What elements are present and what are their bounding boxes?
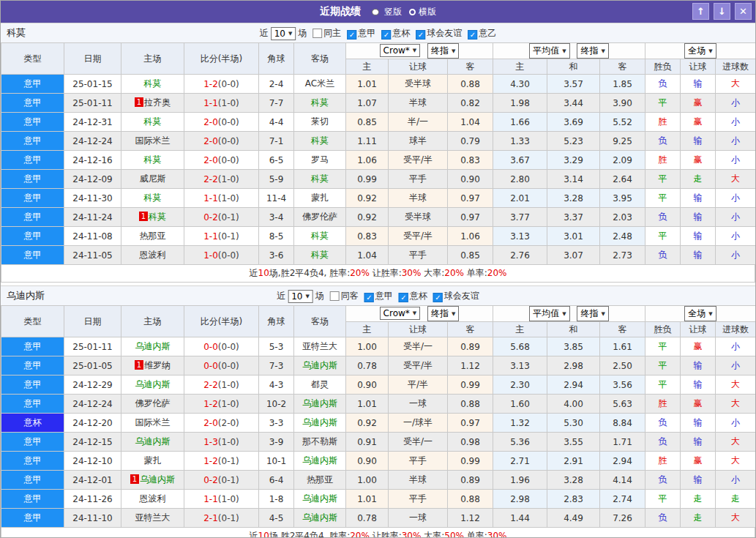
avg-home-odds: 1.33 bbox=[493, 132, 547, 151]
home-team-link[interactable]: 科莫 bbox=[149, 212, 166, 222]
avg-draw-odds: 2.94 bbox=[547, 376, 600, 395]
col-handicap-result: 让球 bbox=[681, 322, 716, 337]
league-checkbox[interactable]: ✓ bbox=[468, 30, 477, 40]
same-venue-checkbox[interactable] bbox=[330, 291, 340, 301]
crow-away-odds: 0.99 bbox=[448, 376, 493, 395]
crow-away-odds: 0.85 bbox=[448, 246, 493, 265]
score-cell: 2-0(0-0) bbox=[184, 113, 259, 132]
scroll-down-button[interactable]: ↓ bbox=[714, 3, 730, 20]
match-type-cell: 意甲 bbox=[1, 376, 64, 395]
home-team-link[interactable]: 乌迪内斯 bbox=[135, 379, 171, 389]
filter-cluster: 近 10 ▼ 场 同主 ✓意甲✓意杯✓球会友谊✓意乙 bbox=[260, 23, 497, 43]
close-button[interactable]: ✕ bbox=[735, 3, 752, 20]
match-type-cell: 意甲 bbox=[1, 509, 64, 528]
same-venue-checkbox[interactable] bbox=[312, 29, 322, 38]
avg-home-odds: 3.77 bbox=[493, 208, 547, 227]
away-team-link[interactable]: 科莫 bbox=[311, 97, 329, 108]
crow-final-select[interactable]: 终指▼ bbox=[427, 43, 459, 59]
home-team-link[interactable]: 维罗纳 bbox=[144, 360, 171, 370]
away-team-link[interactable]: 乌迪内斯 bbox=[302, 360, 337, 370]
fulltime-select[interactable]: 全场▼ bbox=[684, 306, 716, 321]
score-halftime: (0-0) bbox=[218, 155, 239, 165]
home-team-link[interactable]: 佛罗伦萨 bbox=[135, 398, 171, 408]
away-team-link[interactable]: 罗马 bbox=[311, 154, 329, 165]
average-final-select[interactable]: 终指▼ bbox=[577, 43, 608, 59]
league-checkbox[interactable]: ✓ bbox=[381, 30, 391, 40]
home-team-link[interactable]: 热那亚 bbox=[140, 231, 166, 241]
team-name: 科莫 bbox=[1, 26, 26, 40]
home-team-link[interactable]: 国际米兰 bbox=[135, 135, 171, 146]
match-count-select[interactable]: 10 ▼ bbox=[271, 27, 296, 40]
home-team-link[interactable]: 亚特兰大 bbox=[135, 512, 171, 523]
home-team-link[interactable]: 科莫 bbox=[144, 193, 162, 203]
result-goals-cell: 小 bbox=[716, 414, 756, 433]
home-team-link[interactable]: 拉齐奥 bbox=[144, 97, 171, 108]
col-goals: 进球数 bbox=[716, 322, 756, 337]
home-team-link[interactable]: 恩波利 bbox=[140, 493, 166, 504]
result-goals-cell: 大 bbox=[716, 395, 756, 414]
home-team-link[interactable]: 科莫 bbox=[144, 154, 162, 165]
away-team-cell: 乌迪内斯 bbox=[294, 395, 346, 414]
away-team-link[interactable]: 那不勒斯 bbox=[302, 436, 337, 447]
away-team-link[interactable]: 科莫 bbox=[311, 250, 329, 260]
away-team-link[interactable]: 乌迪内斯 bbox=[302, 398, 337, 408]
home-team-link[interactable]: 乌迪内斯 bbox=[135, 436, 171, 447]
average-select[interactable]: 平均值▼ bbox=[529, 306, 569, 321]
result-winloss-cell: 负 bbox=[645, 433, 681, 452]
score-fulltime: 1-1 bbox=[203, 98, 218, 108]
away-team-link[interactable]: 莱切 bbox=[311, 116, 329, 127]
radio-horizontal[interactable]: 横版 bbox=[409, 6, 436, 18]
match-count-select[interactable]: 10 ▼ bbox=[288, 290, 313, 303]
summary-segment: 单率: bbox=[464, 268, 487, 278]
home-team-link[interactable]: 国际米兰 bbox=[135, 417, 171, 427]
fulltime-select[interactable]: 全场▼ bbox=[684, 43, 716, 59]
average-select[interactable]: 平均值▼ bbox=[529, 43, 569, 59]
away-team-link[interactable]: 佛罗伦萨 bbox=[302, 212, 337, 222]
home-team-link[interactable]: 蒙扎 bbox=[144, 455, 162, 466]
league-checkbox[interactable]: ✓ bbox=[399, 293, 408, 302]
home-team-link[interactable]: 乌迪内斯 bbox=[140, 474, 175, 485]
away-team-link[interactable]: 热那亚 bbox=[307, 474, 333, 485]
crow-home-odds: 0.90 bbox=[346, 452, 389, 471]
home-team-link[interactable]: 乌迪内斯 bbox=[135, 341, 171, 351]
away-team-link[interactable]: 科莫 bbox=[311, 173, 329, 184]
league-checkbox[interactable]: ✓ bbox=[347, 30, 356, 40]
avg-away-odds: 2.73 bbox=[600, 246, 645, 265]
away-team-cell: 科莫 bbox=[294, 132, 346, 151]
match-type-cell: 意甲 bbox=[1, 395, 64, 414]
radio-vertical[interactable]: 竖版 bbox=[370, 6, 402, 18]
league-checkbox[interactable]: ✓ bbox=[433, 293, 443, 302]
away-team-link[interactable]: 乌迪内斯 bbox=[302, 493, 337, 504]
score-halftime: (1-0) bbox=[218, 380, 239, 390]
away-team-link[interactable]: 乌迪内斯 bbox=[302, 455, 337, 466]
date-cell: 24-12-24 bbox=[64, 132, 121, 151]
corner-cell: 3-3 bbox=[259, 414, 294, 433]
away-team-link[interactable]: 乌迪内斯 bbox=[302, 512, 337, 523]
summary-segment: 10 bbox=[258, 531, 269, 538]
bookmaker-select[interactable]: Crow*▼ bbox=[380, 307, 421, 320]
result-winloss-cell: 负 bbox=[645, 509, 681, 528]
away-team-link[interactable]: 亚特兰大 bbox=[302, 341, 337, 351]
home-team-cell: 1维罗纳 bbox=[121, 356, 184, 376]
away-team-link[interactable]: 乌迪内斯 bbox=[302, 417, 337, 427]
away-team-link[interactable]: 科莫 bbox=[311, 231, 329, 241]
home-team-link[interactable]: 威尼斯 bbox=[140, 173, 166, 184]
average-final-select[interactable]: 终指▼ bbox=[577, 306, 608, 321]
home-team-link[interactable]: 科莫 bbox=[144, 78, 162, 89]
home-team-link[interactable]: 恩波利 bbox=[140, 250, 166, 260]
avg-draw-odds: 5.23 bbox=[547, 132, 600, 151]
away-team-link[interactable]: AC米兰 bbox=[305, 78, 334, 89]
league-checkbox[interactable]: ✓ bbox=[364, 293, 374, 302]
bookmaker-select[interactable]: Crow*▼ bbox=[380, 44, 421, 57]
home-team-link[interactable]: 科莫 bbox=[144, 116, 162, 127]
avg-draw-odds: 3.28 bbox=[547, 189, 600, 208]
home-team-cell: 科莫 bbox=[121, 151, 184, 170]
away-team-link[interactable]: 都灵 bbox=[311, 379, 329, 389]
scroll-up-button[interactable]: ↑ bbox=[692, 3, 709, 20]
away-team-link[interactable]: 科莫 bbox=[311, 135, 329, 146]
away-team-link[interactable]: 蒙扎 bbox=[311, 193, 329, 203]
crow-final-select[interactable]: 终指▼ bbox=[427, 306, 459, 321]
result-winloss-cell: 平 bbox=[645, 227, 681, 246]
result-winloss-cell: 负 bbox=[645, 414, 681, 433]
league-checkbox[interactable]: ✓ bbox=[416, 30, 425, 40]
